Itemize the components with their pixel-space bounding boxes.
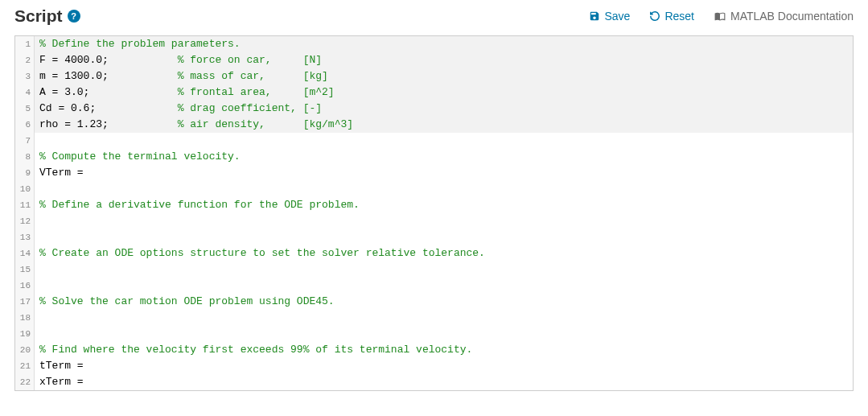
code-text: A = 3.0; [39, 86, 178, 98]
code-comment: % Define a derivative function for the O… [39, 199, 360, 211]
code-line[interactable]: 1% Define the problem parameters. [15, 36, 853, 52]
code-content[interactable]: rho = 1.23; % air density, [kg/m^3] [35, 117, 853, 133]
code-content[interactable]: % Define a derivative function for the O… [35, 197, 853, 213]
line-number: 12 [15, 213, 35, 229]
code-line[interactable]: 16 [15, 278, 853, 294]
header-row: Script ? Save Reset MATLAB Documentation [14, 6, 854, 26]
line-number: 15 [15, 262, 35, 278]
line-number: 20 [15, 342, 35, 358]
code-line[interactable]: 12 [15, 213, 853, 229]
code-content[interactable] [35, 310, 853, 326]
code-editor[interactable]: 1% Define the problem parameters.2F = 40… [14, 35, 854, 391]
code-comment: % air density, [kg/m^3] [178, 118, 353, 130]
code-content[interactable]: % Compute the terminal velocity. [35, 149, 853, 165]
line-number: 9 [15, 165, 35, 181]
title-group: Script ? [14, 6, 80, 26]
code-line[interactable]: 19 [15, 326, 853, 342]
code-line[interactable]: 18 [15, 310, 853, 326]
code-content[interactable]: Cd = 0.6; % drag coefficient, [-] [35, 101, 853, 117]
line-number: 19 [15, 326, 35, 342]
code-content[interactable]: F = 4000.0; % force on car, [N] [35, 52, 853, 68]
line-number: 13 [15, 229, 35, 245]
code-comment: % Solve the car motion ODE problem using… [39, 295, 335, 307]
line-number: 2 [15, 52, 35, 68]
page-title: Script [14, 6, 63, 26]
code-line[interactable]: 13 [15, 229, 853, 245]
line-number: 6 [15, 117, 35, 133]
code-comment: % Find where the velocity first exceeds … [39, 344, 472, 356]
code-content[interactable]: % Solve the car motion ODE problem using… [35, 294, 853, 310]
code-text: Cd = 0.6; [39, 102, 178, 114]
code-content[interactable] [35, 133, 853, 149]
code-line[interactable]: 8% Compute the terminal velocity. [15, 149, 853, 165]
doc-link[interactable]: MATLAB Documentation [714, 10, 854, 23]
line-number: 22 [15, 374, 35, 390]
reset-icon [649, 10, 660, 22]
help-icon[interactable]: ? [68, 10, 80, 23]
code-content[interactable]: VTerm = [35, 165, 853, 181]
code-line[interactable]: 14% Create an ODE options structure to s… [15, 245, 853, 262]
line-number: 21 [15, 358, 35, 374]
line-number: 1 [15, 36, 35, 52]
code-content[interactable]: A = 3.0; % frontal area, [m^2] [35, 84, 853, 101]
save-icon [589, 10, 600, 22]
code-content[interactable]: tTerm = [35, 358, 853, 374]
code-content[interactable] [35, 229, 853, 245]
line-number: 16 [15, 278, 35, 294]
code-line[interactable]: 4A = 3.0; % frontal area, [m^2] [15, 84, 853, 101]
code-line[interactable]: 10 [15, 181, 853, 197]
code-content[interactable]: m = 1300.0; % mass of car, [kg] [35, 68, 853, 84]
code-text: tTerm = [39, 360, 89, 372]
code-line[interactable]: 15 [15, 262, 853, 278]
code-line[interactable]: 2F = 4000.0; % force on car, [N] [15, 52, 853, 68]
code-line[interactable]: 7 [15, 133, 853, 149]
code-line[interactable]: 5Cd = 0.6; % drag coefficient, [-] [15, 101, 853, 117]
code-text: rho = 1.23; [39, 118, 178, 130]
code-content[interactable] [35, 278, 853, 294]
code-comment: % mass of car, [kg] [178, 70, 328, 82]
reset-label: Reset [664, 10, 694, 23]
line-number: 11 [15, 197, 35, 213]
doc-label: MATLAB Documentation [730, 10, 854, 23]
save-label: Save [604, 10, 630, 23]
save-button[interactable]: Save [589, 10, 630, 23]
line-number: 7 [15, 133, 35, 149]
code-content[interactable] [35, 181, 853, 197]
code-content[interactable]: % Find where the velocity first exceeds … [35, 342, 853, 358]
code-text: F = 4000.0; [39, 54, 178, 66]
code-comment: % Compute the terminal velocity. [39, 150, 241, 163]
code-content[interactable] [35, 262, 853, 278]
reset-button[interactable]: Reset [649, 10, 694, 23]
line-number: 10 [15, 181, 35, 197]
line-number: 3 [15, 68, 35, 84]
code-content[interactable]: xTerm = [35, 374, 853, 390]
code-line[interactable]: 11% Define a derivative function for the… [15, 197, 853, 213]
code-line[interactable]: 20% Find where the velocity first exceed… [15, 342, 853, 358]
line-number: 14 [15, 245, 35, 262]
code-line[interactable]: 9VTerm = [15, 165, 853, 181]
code-content[interactable] [35, 213, 853, 229]
line-number: 5 [15, 101, 35, 117]
code-comment: % drag coefficient, [-] [178, 102, 322, 114]
code-comment: % Create an ODE options structure to set… [39, 247, 485, 259]
line-number: 4 [15, 84, 35, 101]
code-content[interactable] [35, 326, 853, 342]
actions-group: Save Reset MATLAB Documentation [589, 10, 854, 23]
code-comment: % force on car, [N] [178, 54, 322, 66]
line-number: 8 [15, 149, 35, 165]
line-number: 17 [15, 294, 35, 310]
code-comment: % frontal area, [m^2] [178, 86, 335, 98]
line-number: 18 [15, 310, 35, 326]
code-text: xTerm = [39, 376, 89, 388]
code-line[interactable]: 6rho = 1.23; % air density, [kg/m^3] [15, 117, 853, 133]
code-comment: % Define the problem parameters. [39, 38, 241, 50]
code-line[interactable]: 17% Solve the car motion ODE problem usi… [15, 294, 853, 310]
code-text: VTerm = [39, 167, 89, 179]
code-line[interactable]: 21tTerm = [15, 358, 853, 374]
code-content[interactable]: % Define the problem parameters. [35, 36, 853, 52]
code-line[interactable]: 22xTerm = [15, 374, 853, 390]
book-icon [714, 10, 726, 22]
code-line[interactable]: 3m = 1300.0; % mass of car, [kg] [15, 68, 853, 84]
code-text: m = 1300.0; [39, 70, 178, 82]
code-content[interactable]: % Create an ODE options structure to set… [35, 245, 853, 262]
